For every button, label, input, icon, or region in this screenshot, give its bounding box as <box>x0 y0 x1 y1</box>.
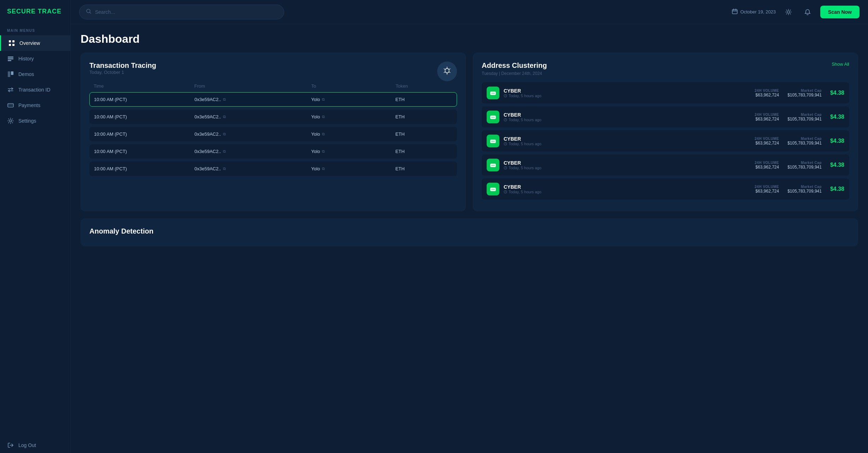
cluster-time: Today, 5 hours ago <box>504 94 541 98</box>
cluster-time: Today, 5 hours ago <box>504 166 541 170</box>
cluster-volume-label: 24H VOLUME <box>755 161 779 165</box>
settings-icon <box>7 117 14 124</box>
cluster-market-cap-value: $105,783,709,941 <box>787 93 822 98</box>
cluster-price: $4.38 <box>830 162 844 168</box>
address-card-date: Tuesday | December 24th, 2024 <box>482 71 849 76</box>
cluster-item[interactable]: CYBER Today, 5 hours ago 24H VOLUME $63,… <box>482 154 849 176</box>
sidebar-item-demos[interactable]: Demos <box>0 66 70 82</box>
sidebar-transaction-label: Transaction ID <box>18 87 51 93</box>
svg-rect-25 <box>493 117 494 118</box>
notifications-button[interactable] <box>801 6 814 18</box>
copy-to-icon[interactable]: ⧉ <box>322 149 325 154</box>
sidebar-item-payments[interactable]: Payments <box>0 98 70 113</box>
cell-from: 0x3e59AC2.. ⧉ <box>194 97 308 102</box>
svg-rect-8 <box>11 71 13 75</box>
table-row[interactable]: 10:00 AM (PCT) 0x3e59AC2.. ⧉ Yolo ⧉ ETH <box>89 92 457 107</box>
sidebar-item-transaction[interactable]: Transaction ID <box>0 82 70 98</box>
cluster-market-cap-label: Market Cap <box>787 161 822 165</box>
svg-rect-1 <box>12 40 14 42</box>
cell-from: 0x3e59AC2.. ⧉ <box>194 166 308 171</box>
show-all-link[interactable]: Show All <box>832 61 849 67</box>
cell-to: Yolo ⧉ <box>311 114 393 119</box>
cluster-item[interactable]: CYBER Today, 5 hours ago 24H VOLUME $63,… <box>482 82 849 104</box>
cluster-volume-stats: 24H VOLUME $63,962,724 <box>755 161 779 170</box>
cluster-volume-value: $63,962,724 <box>755 165 779 170</box>
svg-rect-4 <box>8 57 13 58</box>
table-row[interactable]: 10:00 AM (PCT) 0x3e59AC2.. ⧉ Yolo ⧉ ETH <box>89 127 457 141</box>
sidebar-item-logout[interactable]: Log Out <box>0 437 70 453</box>
cell-from: 0x3e59AC2.. ⧉ <box>194 114 308 119</box>
cluster-market-cap-stats: Market Cap $105,783,709,941 <box>787 113 822 122</box>
copy-to-icon[interactable]: ⧉ <box>322 114 325 119</box>
sidebar-demos-label: Demos <box>18 71 34 77</box>
sidebar-item-settings[interactable]: Settings <box>0 113 70 129</box>
transaction-tracing-subtitle: Today, October 1 <box>89 70 156 75</box>
transaction-icon <box>7 86 14 93</box>
cluster-item[interactable]: CYBER Today, 5 hours ago 24H VOLUME $63,… <box>482 106 849 128</box>
sidebar-item-history[interactable]: History <box>0 51 70 66</box>
bell-icon <box>804 9 811 15</box>
cluster-market-cap-label: Market Cap <box>787 113 822 117</box>
content-area: Dashboard Transaction Tracing Today, Oct… <box>71 24 868 453</box>
transaction-tracing-card: Transaction Tracing Today, October 1 Tim… <box>81 53 466 211</box>
copy-to-icon[interactable]: ⧉ <box>322 97 325 102</box>
sidebar-payments-label: Payments <box>18 102 40 108</box>
card-header: Transaction Tracing Today, October 1 <box>89 61 457 81</box>
cluster-game-icon <box>487 159 499 171</box>
demos-icon <box>7 71 14 78</box>
cell-to: Yolo ⧉ <box>311 166 393 171</box>
theme-toggle-button[interactable] <box>782 6 795 18</box>
table-row[interactable]: 10:00 AM (PCT) 0x3e59AC2.. ⧉ Yolo ⧉ ETH <box>89 110 457 124</box>
search-input[interactable] <box>95 9 277 15</box>
cluster-item[interactable]: CYBER Today, 5 hours ago 24H VOLUME $63,… <box>482 130 849 152</box>
copy-to-icon[interactable]: ⧉ <box>322 132 325 136</box>
cluster-market-cap-label: Market Cap <box>787 89 822 93</box>
cluster-time: Today, 5 hours ago <box>504 142 541 146</box>
copy-from-icon[interactable]: ⧉ <box>223 149 226 154</box>
search-container <box>79 5 284 19</box>
cluster-market-cap-label: Market Cap <box>787 137 822 141</box>
table-row[interactable]: 10:00 AM (PCT) 0x3e59AC2.. ⧉ Yolo ⧉ ETH <box>89 144 457 159</box>
address-card-header: Address Clustering Show All <box>482 61 849 70</box>
cell-to: Yolo ⧉ <box>311 97 393 102</box>
cell-time: 10:00 AM (PCT) <box>94 131 192 137</box>
cluster-time: Today, 5 hours ago <box>504 118 541 122</box>
copy-from-icon[interactable]: ⧉ <box>223 114 226 119</box>
cell-token: ETH <box>395 166 452 171</box>
svg-rect-2 <box>9 44 11 46</box>
cluster-items-list: CYBER Today, 5 hours ago 24H VOLUME $63,… <box>482 82 849 200</box>
copy-to-icon[interactable]: ⧉ <box>322 166 325 171</box>
cluster-volume-label: 24H VOLUME <box>755 137 779 141</box>
copy-from-icon[interactable]: ⧉ <box>223 132 226 136</box>
svg-point-35 <box>494 165 495 166</box>
cell-token: ETH <box>395 149 452 154</box>
svg-point-17 <box>494 93 495 94</box>
cluster-market-cap-value: $105,783,709,941 <box>787 117 822 122</box>
svg-point-41 <box>494 189 495 190</box>
cluster-market-cap-stats: Market Cap $105,783,709,941 <box>787 161 822 170</box>
cluster-item[interactable]: CYBER Today, 5 hours ago 24H VOLUME $63,… <box>482 178 849 200</box>
svg-rect-43 <box>493 189 494 190</box>
copy-from-icon[interactable]: ⧉ <box>223 97 226 102</box>
cell-from: 0x3e59AC2.. ⧉ <box>194 149 308 154</box>
svg-rect-31 <box>493 141 494 142</box>
search-icon <box>86 8 92 16</box>
app-logo: SECURE TRACE <box>0 0 70 22</box>
cluster-name: CYBER <box>504 184 541 190</box>
copy-from-icon[interactable]: ⧉ <box>223 166 226 171</box>
cluster-market-cap-stats: Market Cap $105,783,709,941 <box>787 185 822 194</box>
cell-time: 10:00 AM (PCT) <box>94 166 192 171</box>
svg-rect-37 <box>493 165 494 166</box>
search-wrapper <box>79 5 284 19</box>
table-row[interactable]: 10:00 AM (PCT) 0x3e59AC2.. ⧉ Yolo ⧉ ETH <box>89 161 457 176</box>
sidebar-item-overview[interactable]: Overview <box>0 35 70 51</box>
cell-time: 10:00 AM (PCT) <box>94 149 192 154</box>
polygon-logo <box>437 61 457 81</box>
svg-rect-13 <box>732 10 737 14</box>
col-time: Time <box>94 83 192 89</box>
cell-token: ETH <box>395 97 452 102</box>
transaction-rows: 10:00 AM (PCT) 0x3e59AC2.. ⧉ Yolo ⧉ ETH … <box>89 92 457 176</box>
cluster-volume-value: $63,962,724 <box>755 141 779 146</box>
scan-now-button[interactable]: Scan Now <box>820 6 860 18</box>
cell-to: Yolo ⧉ <box>311 131 393 137</box>
